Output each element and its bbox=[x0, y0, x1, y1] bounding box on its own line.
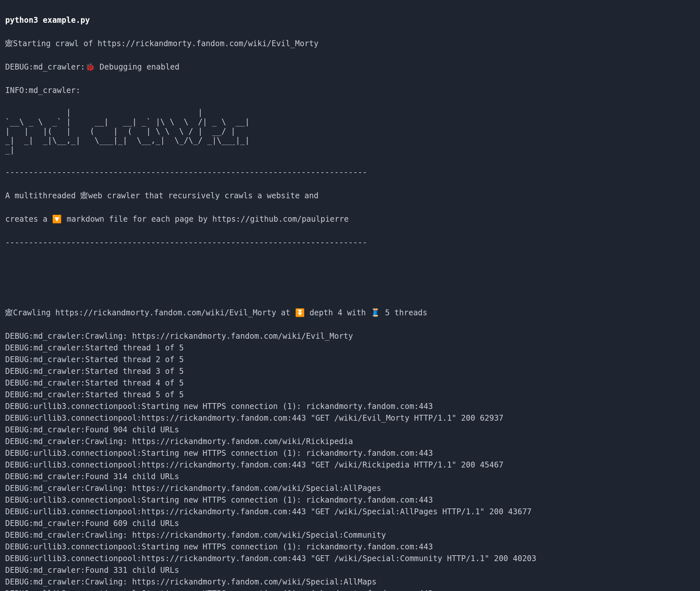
log-line: DEBUG:md_crawler:Found 904 child URLs bbox=[5, 424, 695, 436]
log-line: DEBUG:md_crawler:Started thread 2 of 5 bbox=[5, 354, 695, 366]
log-line: DEBUG:md_crawler:Crawling: https://ricka… bbox=[5, 576, 695, 588]
description-line-2: creates a 🔽 markdown file for each page … bbox=[5, 213, 695, 225]
log-line: DEBUG:md_crawler:Crawling: https://ricka… bbox=[5, 529, 695, 541]
debug-enabled-line: DEBUG:md_crawler:🐞 Debugging enabled bbox=[5, 61, 695, 73]
log-line: DEBUG:md_crawler:Started thread 4 of 5 bbox=[5, 377, 695, 389]
log-line: DEBUG:md_crawler:Found 331 child URLs bbox=[5, 564, 695, 576]
crawl-start-line: 🕸Crawling https://rickandmorty.fandom.co… bbox=[5, 307, 695, 319]
log-line: DEBUG:urllib3.connectionpool:https://ric… bbox=[5, 553, 695, 564]
log-line: DEBUG:md_crawler:Crawling: https://ricka… bbox=[5, 330, 695, 342]
blank-line bbox=[5, 283, 695, 295]
log-line: DEBUG:md_crawler:Found 314 child URLs bbox=[5, 471, 695, 482]
starting-crawl-line: 🕸Starting crawl of https://rickandmorty.… bbox=[5, 38, 695, 49]
log-line: DEBUG:urllib3.connectionpool:https://ric… bbox=[5, 506, 695, 518]
log-line: DEBUG:urllib3.connectionpool:Starting ne… bbox=[5, 494, 695, 506]
log-line: DEBUG:md_crawler:Crawling: https://ricka… bbox=[5, 482, 695, 494]
info-header-line: INFO:md_crawler: bbox=[5, 84, 695, 96]
log-line: DEBUG:urllib3.connectionpool:Starting ne… bbox=[5, 588, 695, 591]
log-line: DEBUG:urllib3.connectionpool:Starting ne… bbox=[5, 447, 695, 459]
log-line: DEBUG:md_crawler:Crawling: https://ricka… bbox=[5, 436, 695, 447]
log-line: DEBUG:md_crawler:Started thread 1 of 5 bbox=[5, 342, 695, 354]
ascii-art-banner: | | `__\ _ \ _` | __| __| _` |\ \ \ /| _… bbox=[5, 108, 695, 155]
log-line: DEBUG:md_crawler:Started thread 3 of 5 bbox=[5, 366, 695, 377]
log-line: DEBUG:md_crawler:Started thread 5 of 5 bbox=[5, 389, 695, 400]
log-lines-container: DEBUG:md_crawler:Crawling: https://ricka… bbox=[5, 330, 695, 591]
blank-line bbox=[5, 260, 695, 272]
separator-line: ----------------------------------------… bbox=[5, 167, 695, 178]
log-line: DEBUG:urllib3.connectionpool:https://ric… bbox=[5, 412, 695, 424]
log-line: DEBUG:urllib3.connectionpool:https://ric… bbox=[5, 459, 695, 471]
terminal-output[interactable]: python3 example.py 🕸Starting crawl of ht… bbox=[0, 0, 700, 591]
description-line-1: A multithreaded 🕸web crawler that recurs… bbox=[5, 190, 695, 202]
log-line: DEBUG:urllib3.connectionpool:Starting ne… bbox=[5, 541, 695, 553]
separator-line-2: ----------------------------------------… bbox=[5, 237, 695, 248]
log-line: DEBUG:md_crawler:Found 609 child URLs bbox=[5, 518, 695, 529]
command-prompt: python3 example.py bbox=[5, 14, 695, 26]
log-line: DEBUG:urllib3.connectionpool:Starting ne… bbox=[5, 400, 695, 412]
